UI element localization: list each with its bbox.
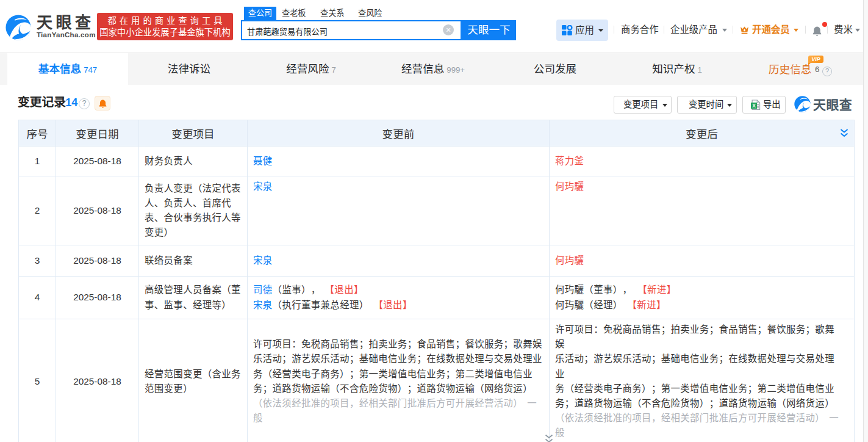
svg-text:X: X [752, 103, 756, 109]
